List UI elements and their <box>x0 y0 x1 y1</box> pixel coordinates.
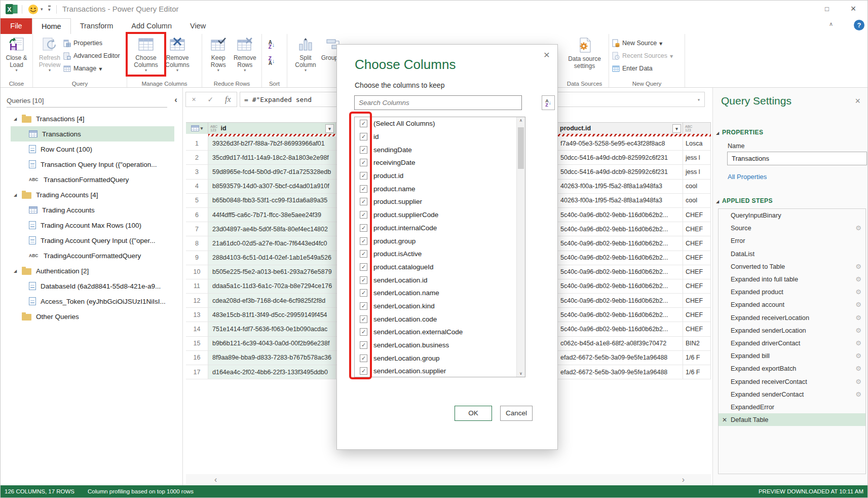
collapse-properties-icon[interactable]: ◢ <box>716 131 719 135</box>
choose-columns-button[interactable]: Choose Columns ▾ <box>130 35 162 72</box>
id-cell[interactable]: d164ea4c-2f02-4bb6-22f3-133f3495ddb0 <box>208 365 336 379</box>
id-cell[interactable]: cdea208d-ef3b-7168-dc4e-6cf9825f2f8d <box>208 294 336 307</box>
column-checkbox-row[interactable]: ✓ product.supplier <box>355 195 525 208</box>
query-item[interactable]: ◢ ABC Trading Account Max Rows (100) <box>11 218 174 233</box>
data-type-abc123-icon[interactable]: ABC123 <box>685 125 692 132</box>
formula-accept-icon[interactable]: ✓ <box>207 95 213 103</box>
column-checkbox-row[interactable]: ✓ senderLocation.group <box>355 351 525 365</box>
column-checkbox-row[interactable]: ✓ senderLocation.externalCode <box>355 326 525 339</box>
applied-step[interactable]: ✕ Converted to Table ⚙ <box>719 260 865 273</box>
split-column-button[interactable]: Split Column ▾ <box>290 35 321 72</box>
checkbox-checked[interactable]: ✓ <box>360 146 367 154</box>
sort-descending-button[interactable]: ZA ↓ <box>265 54 278 67</box>
applied-step[interactable]: ✕ Expanded exportBatch ⚙ <box>719 362 865 375</box>
next-column-cell[interactable]: jess l <box>683 165 711 179</box>
status-profiling-info[interactable]: Column profiling based on top 1000 rows <box>88 488 194 494</box>
collapse-applied-steps-icon[interactable]: ◢ <box>716 199 719 204</box>
recent-sources-button[interactable]: Recent Sources ▾ <box>612 50 673 61</box>
row-number-cell[interactable]: 7 <box>186 222 208 236</box>
row-number-cell[interactable]: 1 <box>186 136 208 150</box>
query-name-input[interactable] <box>727 152 867 165</box>
next-column-cell[interactable]: cool <box>683 180 711 193</box>
row-number-cell[interactable]: 3 <box>186 165 208 179</box>
applied-step[interactable]: ✕ DataList ⚙ <box>719 247 865 260</box>
tab-transform[interactable]: Transform <box>71 18 123 34</box>
scroll-down-icon[interactable]: ∨ <box>517 371 525 376</box>
tab-file[interactable]: File <box>1 18 32 34</box>
checkbox-checked[interactable]: ✓ <box>360 263 367 271</box>
query-item[interactable]: ◢ ABC Authentication [2] <box>11 263 174 278</box>
data-source-settings-button[interactable]: Data source settings <box>563 35 606 69</box>
applied-step[interactable]: ✕ Default Table ⚙ <box>719 413 865 426</box>
window-close-button[interactable]: × <box>843 3 863 16</box>
properties-button[interactable]: Properties <box>63 38 120 49</box>
scroll-right-icon[interactable]: › <box>682 474 685 485</box>
row-number-cell[interactable]: 10 <box>186 265 208 279</box>
applied-step[interactable]: ✕ Expanded into full table ⚙ <box>719 273 865 286</box>
column-checkbox-row[interactable]: ✓ senderLocation.id <box>355 273 525 287</box>
next-column-cell[interactable]: CHEF <box>683 322 711 336</box>
column-checkbox-row[interactable]: ✓ product.internalCode <box>355 222 525 235</box>
row-number-cell[interactable]: 9 <box>186 251 208 265</box>
checkbox-checked[interactable]: ✓ <box>360 250 367 258</box>
smiley-icon[interactable] <box>28 4 39 15</box>
row-number-cell[interactable]: 12 <box>186 294 208 307</box>
id-cell[interactable]: 288d4103-6c51-0d14-02ef-1ab1e549a526 <box>208 251 336 265</box>
gear-icon[interactable]: ⚙ <box>855 327 861 334</box>
query-item[interactable]: ◢ ABC Trading Accounts <box>11 202 174 218</box>
product-id-cell[interactable]: 5c40c-0a96-db02-9ebb-116d0b62b2... <box>558 308 683 322</box>
id-cell[interactable]: 21a61dc0-02d5-a27e-f0ac-7f6443ed4fc0 <box>208 236 336 250</box>
advanced-editor-button[interactable]: Advanced Editor <box>63 50 120 61</box>
sort-columns-button[interactable]: AZ ↓ <box>542 95 555 110</box>
gear-icon[interactable]: ⚙ <box>855 390 861 398</box>
next-column-cell[interactable]: CHEF <box>683 308 711 322</box>
applied-step[interactable]: ✕ Expanded account ⚙ <box>719 298 865 311</box>
enter-data-button[interactable]: Enter Data <box>612 63 673 74</box>
quick-access-toolbar-caret-icon[interactable]: ▾ <box>48 6 51 12</box>
applied-step[interactable]: ✕ QueryInputBinary ⚙ <box>719 209 865 222</box>
scroll-left-icon[interactable]: ‹ <box>214 474 217 485</box>
checkbox-checked[interactable]: ✓ <box>360 159 367 166</box>
id-cell[interactable]: b65b0848-fbb3-53f1-cc99-f31da6a89a35 <box>208 194 336 207</box>
next-column-cell[interactable]: CHEF <box>683 251 711 265</box>
manage-button[interactable]: Manage ▾ <box>63 63 120 74</box>
row-number-cell[interactable]: 14 <box>186 322 208 336</box>
id-cell[interactable]: 23d04897-ae4b-5d0f-58fa-80ef4ec14802 <box>208 222 336 236</box>
product-id-cell[interactable]: 50dcc-5416-a49d-dcb9-825992c6f231 <box>558 151 683 164</box>
filter-dropdown-icon[interactable]: ▾ <box>672 124 681 133</box>
dialog-close-icon[interactable]: × <box>544 49 550 61</box>
id-cell[interactable]: 483e15cb-81f1-3f49-d5cc-29959149f454 <box>208 308 336 322</box>
row-number-cell[interactable]: 4 <box>186 180 208 193</box>
close-and-load-button[interactable]: Close & Load ▾ <box>4 35 29 72</box>
query-item[interactable]: ◢ ABC Trading Account Query Input ({"ope… <box>11 233 174 248</box>
query-item[interactable]: ◢ ABC TradingAccountFormattedQuery <box>11 248 174 263</box>
row-number-cell[interactable]: 5 <box>186 194 208 207</box>
scrollbar-thumb[interactable] <box>518 127 524 169</box>
column-checkbox-row[interactable]: ✓ senderLocation.name <box>355 287 525 300</box>
applied-step[interactable]: ✕ ExpandedError ⚙ <box>719 401 865 413</box>
query-item[interactable]: ◢ ABC Other Queries <box>11 309 174 324</box>
product-id-cell[interactable]: 5c40c-0a96-db02-9ebb-116d0b62b2... <box>558 251 683 265</box>
checkbox-checked[interactable]: ✓ <box>360 211 367 219</box>
checkbox-checked[interactable]: ✓ <box>360 341 367 349</box>
checkbox-checked[interactable]: ✓ <box>360 354 367 362</box>
checkbox-checked[interactable]: ✓ <box>360 224 367 232</box>
delete-step-icon[interactable]: ✕ <box>722 416 727 423</box>
column-checkbox-row[interactable]: ✓ sendingDate <box>355 143 525 156</box>
sort-ascending-button[interactable]: AZ ↓ <box>265 38 278 51</box>
product-id-cell[interactable]: 5c40c-0a96-db02-9ebb-116d0b62b2... <box>558 208 683 222</box>
id-cell[interactable]: ddaa5a1c-11d3-6a1c-702a-b8e7294ce176 <box>208 279 336 293</box>
applied-step[interactable]: ✕ Error ⚙ <box>719 234 865 247</box>
product-id-cell[interactable]: 5c40c-0a96-db02-9ebb-116d0b62b2... <box>558 236 683 250</box>
column-checkbox-row[interactable]: ✓ receivingDate <box>355 156 525 169</box>
column-checkbox-row[interactable]: ✓ product.catalogueId <box>355 261 525 274</box>
data-type-abc123-icon[interactable]: ABC123 <box>210 125 217 132</box>
row-number-cell[interactable]: 17 <box>186 365 208 379</box>
row-number-cell[interactable]: 13 <box>186 308 208 322</box>
product-id-cell[interactable]: 5c40c-0a96-db02-9ebb-116d0b62b2... <box>558 294 683 307</box>
column-checkbox-row[interactable]: ✓ product.supplierCode <box>355 208 525 222</box>
gear-icon[interactable]: ⚙ <box>855 301 861 308</box>
gear-icon[interactable]: ⚙ <box>855 339 861 347</box>
column-header-id[interactable]: ABC123 id ▾ <box>208 122 336 134</box>
column-checkbox-row[interactable]: ✓ senderLocation.code <box>355 312 525 326</box>
